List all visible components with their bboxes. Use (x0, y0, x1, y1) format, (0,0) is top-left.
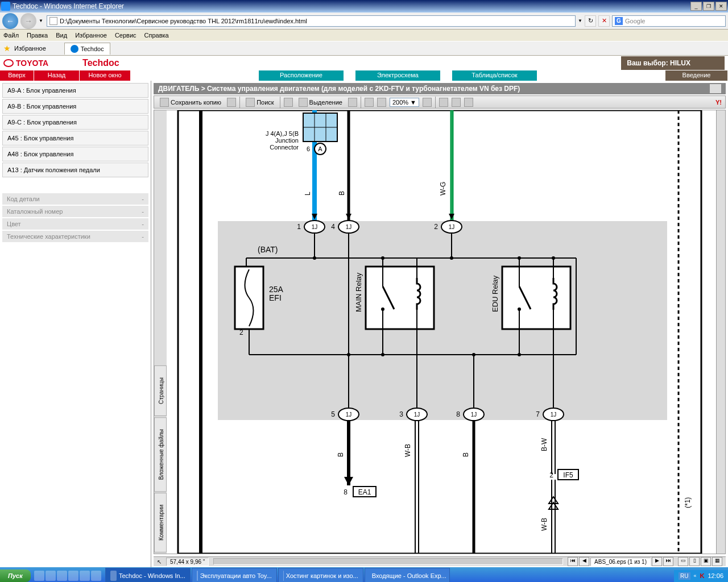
sidebar-item[interactable]: A13 : Датчик положения педали (2, 163, 148, 177)
menu-service[interactable]: Сервис (115, 32, 136, 39)
quick-launch-icon[interactable] (57, 571, 67, 581)
refresh-button[interactable]: ↻ (585, 15, 596, 27)
print-icon[interactable] (227, 98, 236, 107)
taskbar-item[interactable]: Хостинг картинок и изо... (278, 568, 363, 582)
menu-edit[interactable]: Правка (27, 32, 48, 39)
fit-icon[interactable] (423, 98, 432, 107)
clock[interactable]: 12:06 (708, 572, 723, 579)
svg-text:1J: 1J (346, 411, 352, 418)
quick-launch-icon[interactable] (80, 571, 90, 581)
pdf-side-tabs: Страницы Вложенные файлы Комментарии (154, 110, 167, 554)
tab-location[interactable]: Расположение (259, 70, 344, 81)
pager-next[interactable]: ▶ (652, 557, 662, 566)
svg-text:EDU Relay: EDU Relay (491, 275, 499, 312)
svg-text:J 4(A),J 5(BJunctionConnector: J 4(A),J 5(BJunctionConnector (266, 130, 299, 151)
svg-text:5: 5 (331, 410, 335, 418)
nav-history-dropdown[interactable]: ▼ (39, 18, 44, 23)
svg-point-65 (518, 307, 521, 311)
nav-forward-button[interactable]: → (20, 13, 36, 29)
sidebar-item[interactable]: A45 : Блок управления (2, 131, 148, 146)
pager-first[interactable]: ⏮ (568, 557, 578, 566)
menu-view[interactable]: Вид (56, 32, 67, 39)
tab-table[interactable]: Таблица/список (452, 70, 537, 81)
tool-icon[interactable] (464, 98, 473, 107)
pdf-horizontal-scrollbar[interactable] (213, 558, 563, 565)
svg-rect-45 (366, 267, 434, 329)
layout-single[interactable]: ▭ (678, 557, 688, 566)
save-icon (160, 98, 169, 107)
quick-launch-icon[interactable] (91, 571, 101, 581)
address-dropdown[interactable]: ▼ (578, 18, 582, 23)
svg-point-74 (552, 256, 555, 260)
language-indicator[interactable]: RU (679, 572, 690, 580)
layout-facing-cont[interactable]: ▦ (712, 557, 722, 566)
menu-bar: Файл Правка Вид Избранное Сервис Справка (0, 30, 728, 41)
favorites-label[interactable]: Избранное (14, 45, 46, 52)
svg-text:3: 3 (399, 410, 403, 418)
menu-favorites[interactable]: Избранное (75, 32, 107, 39)
sidebar-item[interactable]: A9-C : Блок управления (2, 115, 148, 130)
tab-wiring[interactable]: Электросхема (355, 70, 441, 81)
svg-marker-25 (346, 214, 351, 219)
sidebar-item[interactable]: A9-B : Блок управления (2, 99, 148, 114)
yahoo-icon[interactable]: Y! (715, 99, 722, 106)
menu-help[interactable]: Справка (144, 32, 169, 39)
taskbar-item[interactable]: Входящие - Outlook Exp... (365, 568, 450, 582)
favorites-star-icon[interactable]: ★ (3, 44, 11, 53)
pdf-save-button[interactable]: Сохранить копию (158, 97, 224, 108)
tab-new-window[interactable]: Новое окно (80, 70, 131, 81)
taskbar-item[interactable]: Techdoc - Windows In... (105, 568, 191, 582)
tab-back[interactable]: Назад (34, 70, 80, 81)
hand-tool-icon[interactable] (284, 98, 293, 107)
svg-text:MAIN Relay: MAIN Relay (354, 272, 363, 312)
tab-up[interactable]: Вверх (0, 70, 34, 81)
tool-icon[interactable] (439, 98, 448, 107)
svg-marker-93 (344, 477, 353, 485)
layout-continuous[interactable]: ▯ (689, 557, 700, 566)
restore-button[interactable]: ❐ (703, 2, 714, 11)
pdf-select-button[interactable]: Выделение (296, 97, 345, 108)
menu-file[interactable]: Файл (3, 32, 19, 39)
windows-taskbar: Пуск Techdoc - Windows In... Эксплуатаци… (0, 567, 728, 582)
print-icon[interactable] (710, 84, 721, 93)
browser-tab[interactable]: Techdoc (64, 43, 110, 55)
sidebar: A9-A : Блок управления A9-B : Блок управ… (0, 81, 151, 567)
wiring-diagram[interactable]: J 4(A),J 5(BJunctionConnector A 6 L B W-… (167, 110, 716, 554)
quick-launch-icon[interactable] (34, 571, 44, 581)
minimize-button[interactable]: _ (690, 2, 702, 11)
sidebar-item[interactable]: A48 : Блок управления (2, 147, 148, 161)
tab-intro[interactable]: Введение (665, 70, 728, 81)
svg-point-54 (381, 256, 384, 260)
pdf-search-button[interactable]: Поиск (243, 97, 276, 108)
kaspersky-icon[interactable]: K (700, 572, 705, 579)
pdf-tab-attachments[interactable]: Вложенные файлы (154, 417, 167, 492)
taskbar-item[interactable]: Эксплуатации авто Toy... (192, 568, 277, 582)
svg-text:6: 6 (307, 146, 310, 152)
nav-back-button[interactable]: ← (2, 13, 18, 29)
zoom-in-icon[interactable] (365, 98, 374, 107)
zoom-out-icon[interactable] (377, 98, 386, 107)
svg-point-34 (313, 256, 316, 260)
main-panel: ДВИГАТЕЛЬ > Система управления двигателе… (151, 81, 728, 567)
sidebar-item[interactable]: A9-A : Блок управления (2, 83, 148, 98)
quick-launch-icon[interactable] (68, 571, 78, 581)
pager-prev[interactable]: ◀ (579, 557, 589, 566)
tool-icon[interactable] (452, 98, 461, 107)
pdf-tab-pages[interactable]: Страницы (154, 365, 167, 416)
tray-expand-icon[interactable]: « (694, 573, 697, 579)
address-input[interactable]: D:\Документы Технологии\Сервисное руково… (47, 15, 576, 27)
search-input[interactable]: G Google (612, 15, 726, 27)
quick-launch-icon[interactable] (46, 571, 56, 581)
stop-button[interactable]: ✕ (598, 15, 610, 27)
svg-text:2: 2 (239, 329, 243, 336)
window-titlebar: Techdoc - Windows Internet Explorer _ ❐ … (0, 0, 728, 13)
start-button[interactable]: Пуск (0, 569, 31, 582)
pager-last[interactable]: ⏭ (663, 557, 673, 566)
toyota-logo: TOYOTA (3, 59, 48, 68)
layout-facing[interactable]: ▣ (701, 557, 711, 566)
snapshot-icon[interactable] (348, 98, 357, 107)
pdf-vertical-scrollbar[interactable] (716, 110, 725, 554)
pdf-tab-comments[interactable]: Комментарии (154, 493, 167, 552)
zoom-select[interactable]: 200% ▼ (390, 98, 419, 107)
close-button[interactable]: ✕ (715, 2, 727, 11)
